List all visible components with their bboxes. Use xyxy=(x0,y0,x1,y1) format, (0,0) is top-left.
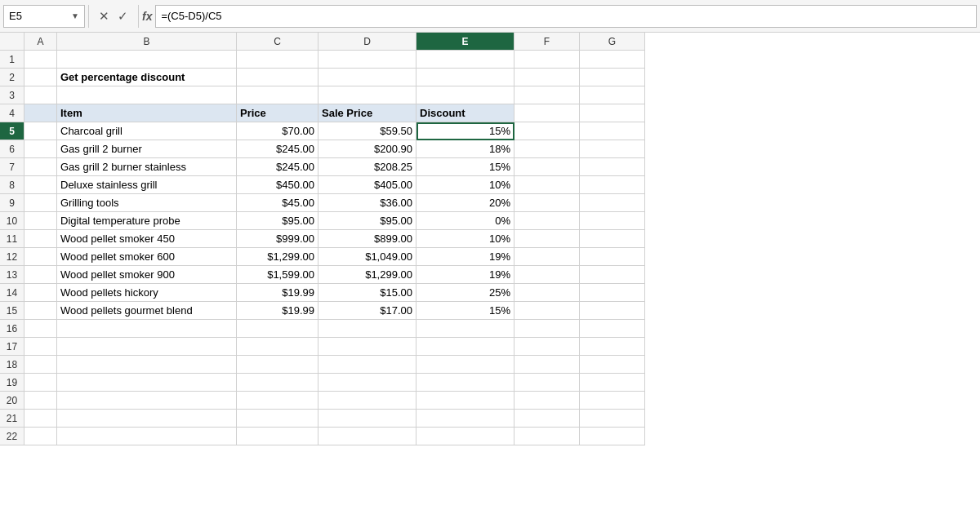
cell-c6[interactable]: $245.00 xyxy=(237,140,318,158)
cell-e12[interactable]: 19% xyxy=(416,248,514,266)
cell-g2[interactable] xyxy=(580,69,645,86)
cell-g19[interactable] xyxy=(580,374,645,392)
cell-d13[interactable]: $1,299.00 xyxy=(318,266,416,284)
cell-a8[interactable] xyxy=(24,176,57,194)
cell-b3[interactable] xyxy=(57,86,237,104)
cell-a21[interactable] xyxy=(24,410,57,428)
cell-g22[interactable] xyxy=(580,428,645,445)
cell-g17[interactable] xyxy=(580,338,645,356)
cell-a3[interactable] xyxy=(24,86,57,104)
cell-a10[interactable] xyxy=(24,212,57,230)
cell-e22[interactable] xyxy=(416,428,514,445)
cell-f15[interactable] xyxy=(514,302,580,320)
cell-c11[interactable]: $999.00 xyxy=(237,230,318,248)
cell-c22[interactable] xyxy=(237,428,318,445)
cell-b10[interactable]: Digital temperature probe xyxy=(57,212,237,230)
cell-f12[interactable] xyxy=(514,248,580,266)
cell-c14[interactable]: $19.99 xyxy=(237,284,318,302)
cell-b14[interactable]: Wood pellets hickory xyxy=(57,284,237,302)
cell-b11[interactable]: Wood pellet smoker 450 xyxy=(57,230,237,248)
cell-a22[interactable] xyxy=(24,428,57,445)
cell-b12[interactable]: Wood pellet smoker 600 xyxy=(57,248,237,266)
cell-f13[interactable] xyxy=(514,266,580,284)
cell-g15[interactable] xyxy=(580,302,645,320)
cell-f7[interactable] xyxy=(514,158,580,176)
cell-c12[interactable]: $1,299.00 xyxy=(237,248,318,266)
cell-c4[interactable]: Price xyxy=(237,104,318,122)
cell-e1[interactable] xyxy=(416,51,514,69)
cell-d17[interactable] xyxy=(318,338,416,356)
cell-f19[interactable] xyxy=(514,374,580,392)
cell-d16[interactable] xyxy=(318,320,416,338)
cell-c17[interactable] xyxy=(237,338,318,356)
cell-g11[interactable] xyxy=(580,230,645,248)
cell-g12[interactable] xyxy=(580,248,645,266)
cell-d15[interactable]: $17.00 xyxy=(318,302,416,320)
cell-e2[interactable] xyxy=(416,69,514,86)
cell-c21[interactable] xyxy=(237,410,318,428)
cell-f9[interactable] xyxy=(514,194,580,212)
cell-c10[interactable]: $95.00 xyxy=(237,212,318,230)
cell-c19[interactable] xyxy=(237,374,318,392)
cell-g6[interactable] xyxy=(580,140,645,158)
cell-d20[interactable] xyxy=(318,392,416,410)
cell-e20[interactable] xyxy=(416,392,514,410)
cell-c13[interactable]: $1,599.00 xyxy=(237,266,318,284)
cell-f11[interactable] xyxy=(514,230,580,248)
cell-d1[interactable] xyxy=(318,51,416,69)
cell-e13[interactable]: 19% xyxy=(416,266,514,284)
cell-e14[interactable]: 25% xyxy=(416,284,514,302)
cell-a6[interactable] xyxy=(24,140,57,158)
cell-f2[interactable] xyxy=(514,69,580,86)
cell-e17[interactable] xyxy=(416,338,514,356)
cell-e7[interactable]: 15% xyxy=(416,158,514,176)
cell-b2[interactable]: Get percentage discount xyxy=(57,69,237,86)
cell-d18[interactable] xyxy=(318,356,416,374)
cell-d4[interactable]: Sale Price xyxy=(318,104,416,122)
cell-f5[interactable] xyxy=(514,122,580,140)
cell-f8[interactable] xyxy=(514,176,580,194)
cell-d11[interactable]: $899.00 xyxy=(318,230,416,248)
cell-d10[interactable]: $95.00 xyxy=(318,212,416,230)
cell-reference-box[interactable]: E5 ▼ xyxy=(3,5,85,28)
cell-f14[interactable] xyxy=(514,284,580,302)
cell-d9[interactable]: $36.00 xyxy=(318,194,416,212)
cell-g16[interactable] xyxy=(580,320,645,338)
cell-c8[interactable]: $450.00 xyxy=(237,176,318,194)
cell-b15[interactable]: Wood pellets gourmet blend xyxy=(57,302,237,320)
cell-g4[interactable] xyxy=(580,104,645,122)
cell-e4[interactable]: Discount xyxy=(416,104,514,122)
cell-g3[interactable] xyxy=(580,86,645,104)
cell-c3[interactable] xyxy=(237,86,318,104)
cell-e10[interactable]: 0% xyxy=(416,212,514,230)
cell-g21[interactable] xyxy=(580,410,645,428)
cell-b20[interactable] xyxy=(57,392,237,410)
cell-f22[interactable] xyxy=(514,428,580,445)
cell-c2[interactable] xyxy=(237,69,318,86)
cell-e3[interactable] xyxy=(416,86,514,104)
cell-g8[interactable] xyxy=(580,176,645,194)
cell-f3[interactable] xyxy=(514,86,580,104)
cell-b16[interactable] xyxy=(57,320,237,338)
cell-g13[interactable] xyxy=(580,266,645,284)
cell-d7[interactable]: $208.25 xyxy=(318,158,416,176)
cell-b7[interactable]: Gas grill 2 burner stainless xyxy=(57,158,237,176)
cell-c20[interactable] xyxy=(237,392,318,410)
cell-c7[interactable]: $245.00 xyxy=(237,158,318,176)
cell-d3[interactable] xyxy=(318,86,416,104)
cell-e11[interactable]: 10% xyxy=(416,230,514,248)
cell-a12[interactable] xyxy=(24,248,57,266)
cell-f1[interactable] xyxy=(514,51,580,69)
cell-a14[interactable] xyxy=(24,284,57,302)
col-header-g[interactable]: G xyxy=(580,33,645,51)
cell-a20[interactable] xyxy=(24,392,57,410)
cell-d8[interactable]: $405.00 xyxy=(318,176,416,194)
cell-g20[interactable] xyxy=(580,392,645,410)
cell-d5[interactable]: $59.50 xyxy=(318,122,416,140)
cell-e5[interactable]: 15% xyxy=(416,122,514,140)
col-header-b[interactable]: B xyxy=(57,33,237,51)
cell-e19[interactable] xyxy=(416,374,514,392)
cell-f6[interactable] xyxy=(514,140,580,158)
cell-a11[interactable] xyxy=(24,230,57,248)
cell-ref-dropdown-icon[interactable]: ▼ xyxy=(71,11,79,20)
